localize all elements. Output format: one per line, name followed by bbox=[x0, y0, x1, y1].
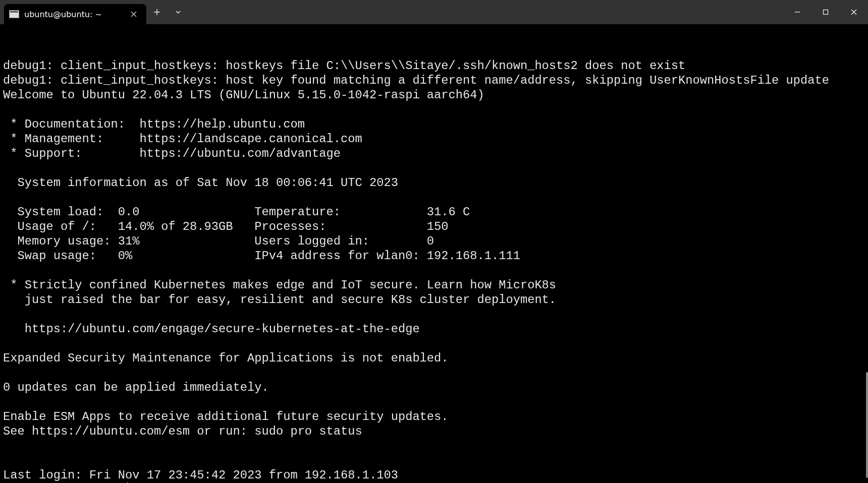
chevron-down-icon bbox=[175, 9, 181, 15]
tab-strip: ubuntu@ubuntu: ~ bbox=[0, 0, 146, 24]
scrollbar-thumb[interactable] bbox=[866, 372, 868, 478]
tab-close-button[interactable] bbox=[127, 8, 140, 21]
plus-icon bbox=[153, 9, 160, 16]
minimize-button[interactable] bbox=[783, 0, 811, 24]
tab-actions bbox=[146, 0, 189, 24]
minimize-icon bbox=[794, 9, 800, 15]
close-icon bbox=[131, 11, 137, 17]
close-icon bbox=[851, 9, 857, 15]
terminal-output: debug1: client_input_hostkeys: hostkeys … bbox=[3, 58, 865, 482]
terminal-icon bbox=[9, 10, 19, 18]
maximize-icon bbox=[823, 9, 829, 15]
tab-title: ubuntu@ubuntu: ~ bbox=[24, 10, 122, 19]
window-controls bbox=[783, 0, 868, 24]
tab-dropdown-button[interactable] bbox=[168, 0, 189, 24]
svg-rect-5 bbox=[824, 10, 828, 15]
maximize-button[interactable] bbox=[811, 0, 840, 24]
titlebar-drag-area[interactable] bbox=[189, 0, 783, 24]
close-window-button[interactable] bbox=[840, 0, 868, 24]
titlebar: ubuntu@ubuntu: ~ bbox=[0, 0, 868, 24]
terminal-viewport[interactable]: debug1: client_input_hostkeys: hostkeys … bbox=[0, 24, 868, 483]
new-tab-button[interactable] bbox=[146, 0, 168, 24]
tab-active[interactable]: ubuntu@ubuntu: ~ bbox=[4, 4, 146, 24]
